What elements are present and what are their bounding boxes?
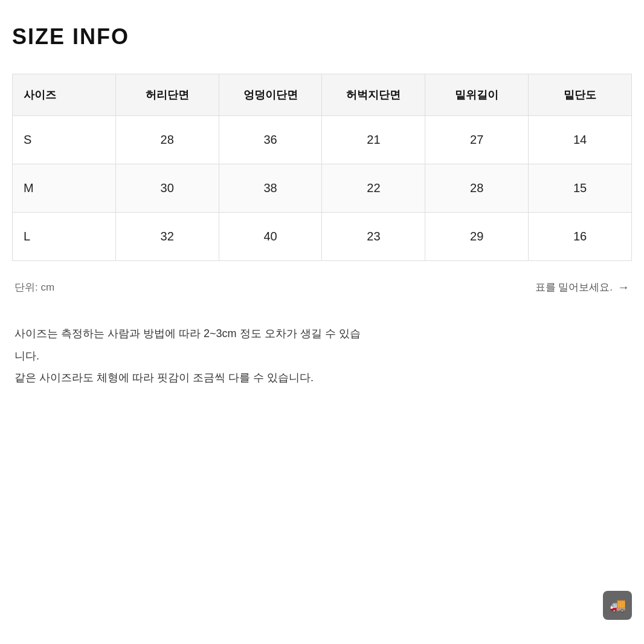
table-cell-r0-c3: 21 <box>322 116 425 164</box>
table-header-row: 사이즈허리단면엉덩이단면허벅지단면밑위길이밑단도 <box>13 74 632 116</box>
table-row: L3240232916 <box>13 213 632 261</box>
table-cell-r1-c4: 28 <box>425 164 529 213</box>
table-cell-r0-c5: 14 <box>529 116 632 164</box>
unit-label: 단위: cm <box>14 280 54 294</box>
table-cell-r1-c3: 22 <box>322 164 425 213</box>
scroll-hint-text: 표를 밀어보세요. <box>535 280 613 294</box>
table-cell-r0-c2: 36 <box>219 116 322 164</box>
table-cell-r1-c2: 38 <box>219 164 322 213</box>
table-footer: 단위: cm 표를 밀어보세요. → <box>12 272 632 303</box>
table-cell-r2-c0: L <box>13 213 116 261</box>
table-cell-r0-c1: 28 <box>115 116 219 164</box>
table-cell-r2-c5: 16 <box>529 213 632 261</box>
table-cell-r0-c0: S <box>13 116 116 164</box>
notes-section: 사이즈는 측정하는 사람과 방법에 따라 2~3cm 정도 오차가 생길 수 있… <box>12 324 632 387</box>
arrow-icon: → <box>617 280 630 294</box>
note-line-1: 니다. <box>14 347 630 365</box>
table-cell-r1-c0: M <box>13 164 116 213</box>
table-cell-r2-c1: 32 <box>115 213 219 261</box>
table-header-2: 엉덩이단면 <box>219 74 322 116</box>
page-title: SIZE INFO <box>12 24 632 50</box>
size-table-wrapper: 사이즈허리단면엉덩이단면허벅지단면밑위길이밑단도 S2836212714M303… <box>12 74 632 261</box>
scroll-hint: 표를 밀어보세요. → <box>535 280 630 294</box>
note-line-0: 사이즈는 측정하는 사람과 방법에 따라 2~3cm 정도 오차가 생길 수 있… <box>14 324 630 343</box>
table-row: M3038222815 <box>13 164 632 213</box>
floating-delivery-icon[interactable]: 🚚 <box>603 591 632 620</box>
table-header-0: 사이즈 <box>13 74 116 116</box>
table-cell-r1-c5: 15 <box>529 164 632 213</box>
table-header-1: 허리단면 <box>115 74 219 116</box>
table-cell-r0-c4: 27 <box>425 116 529 164</box>
note-line-2: 같은 사이즈라도 체형에 따라 핏감이 조금씩 다를 수 있습니다. <box>14 369 630 387</box>
table-cell-r2-c3: 23 <box>322 213 425 261</box>
table-header-3: 허벅지단면 <box>322 74 425 116</box>
table-header-4: 밑위길이 <box>425 74 529 116</box>
size-table: 사이즈허리단면엉덩이단면허벅지단면밑위길이밑단도 S2836212714M303… <box>12 74 632 261</box>
table-cell-r2-c4: 29 <box>425 213 529 261</box>
table-cell-r2-c2: 40 <box>219 213 322 261</box>
table-row: S2836212714 <box>13 116 632 164</box>
table-header-5: 밑단도 <box>529 74 632 116</box>
table-cell-r1-c1: 30 <box>115 164 219 213</box>
